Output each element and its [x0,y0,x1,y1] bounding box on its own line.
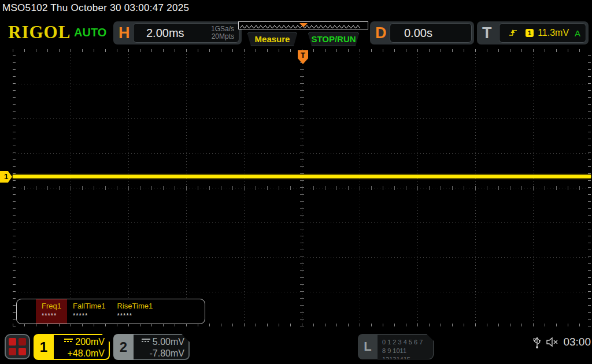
measurement-item-falltime1[interactable]: FallTime1 ***** [67,299,112,324]
trigger-settings-button[interactable]: T 1 11.3mV A [477,21,589,44]
red-grid-icon [9,338,16,346]
center-horizontal-ticks [13,186,591,190]
logic-label: L [358,334,378,359]
measurement-slot-empty[interactable] [17,299,36,324]
channel-status-bar: 1 200mV +48.0mV 2 5.00mV -7.80mV L 0 1 2… [0,329,592,364]
red-grid-icon [18,348,26,355]
logic-channels-button[interactable]: L 0 1 2 3 4 5 6 7 8 9 1011 12131415 [358,334,434,359]
timebase-box: 2.00ms 1GSa/s 20Mpts [133,23,239,43]
rising-edge-trigger-icon [509,29,517,37]
delay-box: 0.00s [390,23,472,43]
measurement-value: ***** [42,312,61,319]
channel1-number: 1 [34,334,54,360]
channel2-scale: 5.00mV [153,337,184,347]
measure-button[interactable]: Measure [247,32,298,46]
horizontal-settings-button[interactable]: H 2.00ms 1GSa/s 20Mpts [113,21,242,44]
measurement-label: RiseTime1 [117,302,153,310]
logic-channel-list: 0 1 2 3 4 5 6 7 8 9 1011 12131415 [378,334,434,359]
dc-coupling-icon [64,339,73,344]
measurement-item-freq1[interactable]: Freq1 ***** [36,299,67,324]
model-and-datetime: MSO5102 Thu October 30 03:00:47 2025 [2,2,189,14]
rigol-logo: RIGOL [8,22,71,43]
trigger-level-value: 11.3mV [538,28,569,38]
ch1-waveform-trace [13,175,591,178]
measurement-panel: Freq1 ***** FallTime1 ***** RiseTime1 **… [16,299,205,324]
measurement-value: ***** [73,312,106,319]
sample-rate-memory: 1GSa/s 20Mpts [211,25,234,40]
oscilloscope-screen: MSO5102 Thu October 30 03:00:47 2025 RIG… [0,0,592,364]
channel2-offset: -7.80mV [137,348,184,359]
ch1-position-marker[interactable]: 1 [0,171,12,183]
horizontal-label: H [119,21,130,44]
speaker-muted-icon[interactable] [546,336,558,348]
measurement-label: Freq1 [42,302,61,310]
measurement-label: FallTime1 [73,302,106,310]
delay-value: 0.00s [404,27,432,40]
channel1-status-button[interactable]: 1 200mV +48.0mV [34,334,110,360]
memory-depth: 20Mpts [212,32,234,40]
header-bar: RIGOL AUTO H 2.00ms 1GSa/s 20Mpts Measur… [0,17,592,49]
channel2-values: 5.00mV -7.80mV [134,334,190,360]
trigger-source-badge: 1 [526,29,534,37]
trigger-box: 1 11.3mV A [499,23,586,43]
red-grid-icon [9,348,16,355]
stop-run-button[interactable]: STOP/RUN [308,32,360,46]
acquire-mode-indicator: AUTO [74,26,106,39]
trigger-label: T [482,21,492,44]
red-grid-icon [18,338,26,346]
function-navigation-button[interactable] [5,334,30,359]
channel1-offset: +48.0mV [57,348,105,359]
channel2-status-button[interactable]: 2 5.00mV -7.80mV [113,334,190,360]
measurement-item-risetime1[interactable]: RiseTime1 ***** [112,299,159,324]
system-clock: 03:00 [563,336,591,348]
sample-rate: 1GSa/s [211,25,234,33]
measurement-value: ***** [117,312,153,319]
logic-row-8-15: 8 9 1011 12131415 [382,347,433,364]
dc-coupling-icon [142,339,150,344]
channel2-number: 2 [113,334,134,360]
channel1-scale: 200mV [75,337,105,347]
delay-settings-button[interactable]: D 0.00s [370,21,474,44]
trigger-sweep-mode: A [575,28,580,38]
channel1-values: 200mV +48.0mV [54,334,110,360]
waveform-display-area[interactable] [13,49,591,326]
preview-zigzag-icon [239,23,368,30]
timebase-value: 2.00ms [146,27,184,40]
usb-icon [533,335,541,349]
waveform-preview-strip[interactable] [238,21,368,29]
delay-label: D [375,21,387,44]
logic-row-0-7: 0 1 2 3 4 5 6 7 [382,338,433,347]
